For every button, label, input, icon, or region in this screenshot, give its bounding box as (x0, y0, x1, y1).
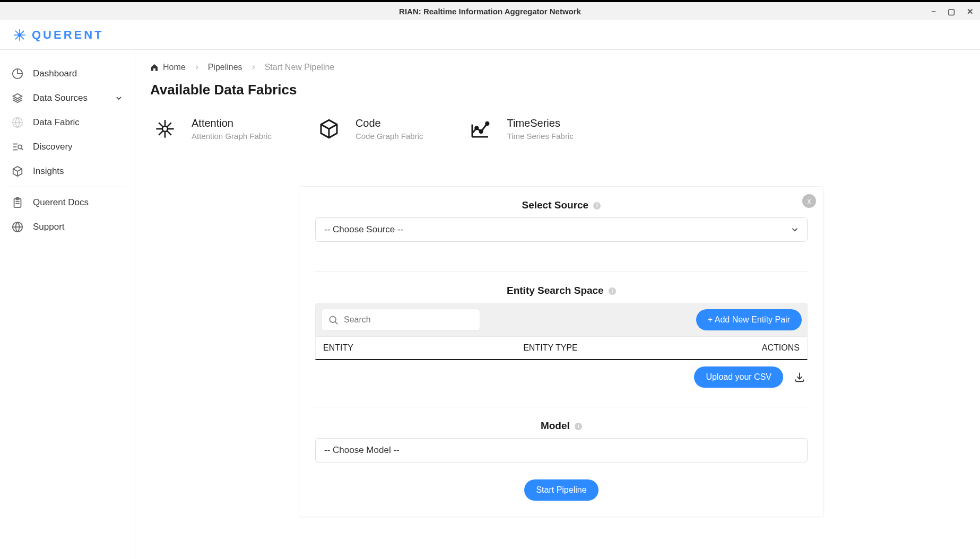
sidebar: Dashboard Data Sources Data Fabric Disco… (0, 50, 135, 559)
svg-point-17 (162, 126, 168, 132)
svg-line-32 (335, 322, 338, 325)
select-source-text: Select Source (522, 199, 589, 211)
sidebar-item-label: Discovery (33, 142, 73, 152)
upload-csv-button[interactable]: Upload your CSV (694, 366, 783, 388)
close-window-button[interactable]: ✕ (967, 7, 974, 15)
source-select[interactable]: -- Choose Source -- (315, 217, 808, 242)
close-icon: x (808, 197, 811, 205)
entity-search-input[interactable] (344, 315, 473, 325)
svg-line-22 (159, 123, 163, 127)
page-title: Available Data Fabrics (150, 82, 965, 98)
brand-logo[interactable]: QUERENT (13, 28, 104, 42)
svg-line-23 (167, 131, 171, 135)
sidebar-item-support[interactable]: Support (6, 215, 128, 239)
source-select-value: -- Choose Source -- (324, 224, 403, 235)
cube-icon (12, 165, 23, 177)
sidebar-item-data-sources[interactable]: Data Sources (6, 86, 128, 110)
pie-chart-icon (12, 68, 23, 80)
breadcrumb-home-label: Home (163, 63, 186, 72)
entity-search-input-wrap[interactable] (321, 309, 480, 331)
package-icon (314, 114, 344, 144)
chevron-right-icon (193, 64, 201, 71)
fabric-row: Attention Attention Graph Fabric Code Co… (150, 114, 965, 144)
info-icon[interactable]: i (609, 287, 616, 295)
home-icon (150, 63, 159, 72)
svg-point-28 (475, 127, 478, 129)
svg-point-30 (486, 122, 489, 125)
sidebar-item-label: Querent Docs (33, 197, 89, 208)
start-row: Start Pipeline (315, 479, 808, 501)
snowflake-icon (150, 114, 180, 144)
svg-point-4 (19, 33, 21, 36)
layers-icon (12, 92, 23, 104)
svg-line-11 (21, 149, 23, 150)
entity-toolbar: + Add New Entity Pair (315, 303, 808, 337)
sidebar-item-data-fabric[interactable]: Data Fabric (6, 110, 128, 135)
svg-point-31 (329, 316, 336, 322)
fabric-card-attention[interactable]: Attention Attention Graph Fabric (150, 114, 272, 144)
timeseries-icon (465, 114, 495, 144)
sidebar-item-label: Dashboard (33, 68, 77, 79)
globe-grid-icon (12, 117, 23, 128)
select-source-label: Select Source i (315, 199, 808, 211)
sidebar-item-insights[interactable]: Insights (6, 159, 128, 184)
add-entity-button[interactable]: + Add New Entity Pair (696, 309, 802, 330)
svg-line-24 (167, 123, 171, 127)
info-icon[interactable]: i (575, 423, 582, 430)
breadcrumb-pipelines[interactable]: Pipelines (208, 63, 242, 72)
window-title: RIAN: Realtime Information Aggregator Ne… (399, 7, 581, 16)
entity-search-label: Entity Search Space i (315, 285, 808, 296)
chevron-right-icon (250, 64, 257, 71)
sidebar-item-label: Data Fabric (33, 117, 80, 128)
sidebar-item-dashboard[interactable]: Dashboard (6, 62, 128, 86)
upload-row: Upload your CSV (315, 360, 808, 388)
sidebar-item-label: Insights (33, 166, 64, 177)
svg-point-29 (480, 130, 482, 133)
fabric-card-timeseries[interactable]: TimeSeries Time Series Fabric (465, 114, 573, 144)
fabric-card-code[interactable]: Code Code Graph Fabric (314, 114, 423, 144)
breadcrumb: Home Pipelines Start New Pipeline (150, 63, 965, 72)
divider (315, 272, 808, 272)
breadcrumb-pipelines-label: Pipelines (208, 63, 242, 72)
titlebar: RIAN: Realtime Information Aggregator Ne… (0, 0, 980, 20)
clipboard-icon (12, 197, 23, 208)
fabric-title: Code (355, 117, 423, 129)
fabric-subtitle: Time Series Fabric (507, 132, 573, 141)
svg-line-25 (159, 131, 163, 135)
download-icon[interactable] (794, 371, 805, 383)
window-controls: − ▢ ✕ (931, 7, 974, 15)
main-content: Home Pipelines Start New Pipeline Availa… (135, 50, 980, 559)
model-label-text: Model (541, 420, 570, 431)
start-pipeline-button[interactable]: Start Pipeline (524, 479, 598, 501)
sidebar-item-label: Data Sources (33, 93, 88, 103)
fabric-title: Attention (192, 117, 272, 129)
chevron-down-icon (115, 94, 123, 102)
th-actions: ACTIONS (714, 343, 800, 353)
fabric-subtitle: Attention Graph Fabric (192, 132, 272, 141)
breadcrumb-home[interactable]: Home (150, 63, 186, 72)
chevron-down-icon (790, 225, 800, 234)
search-lines-icon (12, 141, 23, 153)
maximize-button[interactable]: ▢ (948, 7, 955, 15)
divider (315, 407, 808, 407)
entity-table-header: ENTITY ENTITY TYPE ACTIONS (315, 337, 808, 360)
breadcrumb-current: Start New Pipeline (265, 63, 335, 72)
info-icon[interactable]: i (593, 202, 601, 209)
sidebar-divider (7, 187, 127, 187)
svg-point-10 (18, 145, 22, 149)
globe-icon (12, 221, 23, 233)
brand-snowflake-icon (13, 28, 27, 42)
model-select-value: -- Choose Model -- (324, 445, 400, 456)
th-entity: ENTITY (323, 343, 523, 353)
model-select[interactable]: -- Choose Model -- (315, 438, 808, 462)
minimize-button[interactable]: − (931, 7, 936, 15)
sidebar-item-label: Support (33, 222, 65, 232)
sidebar-item-discovery[interactable]: Discovery (6, 135, 128, 159)
pipeline-panel: x Select Source i -- Choose Source -- En… (299, 186, 824, 517)
search-icon (328, 315, 339, 325)
entity-search-text: Entity Search Space (507, 285, 604, 296)
brand-bar: QUERENT (0, 20, 980, 50)
sidebar-item-docs[interactable]: Querent Docs (6, 190, 128, 215)
fabric-subtitle: Code Graph Fabric (355, 132, 423, 141)
th-entity-type: ENTITY TYPE (523, 343, 714, 353)
